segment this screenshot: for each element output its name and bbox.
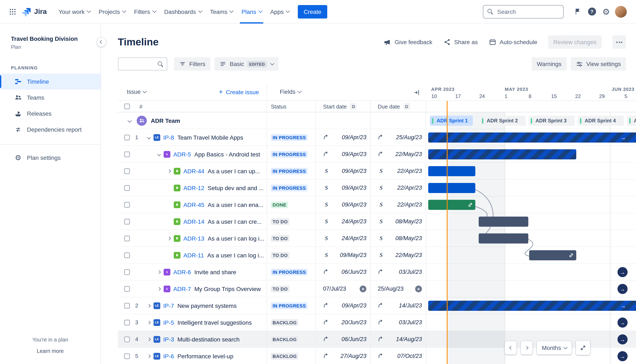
app-switcher-icon[interactable] [6, 5, 19, 18]
sprint-chip[interactable]: AD [627, 116, 636, 126]
offscreen-bar-indicator[interactable]: → [618, 267, 628, 277]
more-actions-button[interactable] [612, 35, 626, 49]
gantt-bar[interactable] [428, 183, 475, 193]
gantt-bar[interactable] [428, 200, 475, 210]
filters-button[interactable]: Filters [174, 57, 210, 71]
share-icon [443, 38, 451, 46]
search-input[interactable] [496, 8, 559, 15]
sprint-color-bar [580, 118, 581, 124]
share-as-button[interactable]: Share as [443, 38, 478, 46]
view-mode-button[interactable]: Basic EDITED [214, 57, 278, 71]
gantt-bar[interactable] [479, 234, 528, 244]
planning-section-label: PLANNING [0, 50, 100, 74]
sprint-color-bar [629, 118, 630, 124]
user-avatar[interactable] [615, 6, 627, 18]
fields-dropdown[interactable]: Fields [280, 88, 301, 95]
global-search[interactable] [483, 5, 564, 18]
teams-icon [14, 93, 22, 102]
top-nav-items: Your workProjectsFiltersDashboardsTeamsP… [54, 0, 294, 23]
sidebar-items: TimelineTeamsReleasesDependencies report [0, 74, 100, 138]
table-subheader: # Status Start date D Due date D [118, 101, 636, 112]
sprint-chip[interactable]: ADR Sprint 2 [480, 116, 526, 126]
settings-gear-icon[interactable]: ⚙ [599, 4, 613, 19]
timeline-table: Issue +Create issue Fields APR 2023MAY 2… [118, 84, 636, 364]
gantt-bar[interactable]: → [428, 301, 636, 311]
megaphone-icon [383, 38, 391, 46]
gantt-bar[interactable] [428, 149, 576, 160]
fullscreen-button[interactable] [576, 341, 590, 355]
auto-schedule-button[interactable]: Auto-schedule [489, 38, 537, 46]
select-all-checkbox[interactable] [124, 104, 130, 109]
start-date-column-header[interactable]: Start date D [316, 103, 370, 110]
view-settings-button[interactable]: View settings [571, 57, 626, 71]
learn-more-link[interactable]: Learn more [0, 348, 100, 354]
timeline-tick-label: 5 [624, 93, 627, 99]
arrow-right-icon: → [620, 337, 625, 342]
search-icon [158, 61, 163, 67]
sidebar-collapse-button[interactable] [96, 37, 106, 47]
sidebar-item-dependencies-report[interactable]: Dependencies report [0, 122, 100, 138]
sidebar-item-teams[interactable]: Teams [0, 90, 100, 106]
create-issue-button[interactable]: +Create issue [219, 88, 259, 96]
top-nav: Jira Your workProjectsFiltersDashboardsT… [0, 0, 636, 24]
gantt-bar[interactable] [529, 250, 576, 260]
gantt-bar[interactable] [428, 166, 475, 176]
nav-item-apps[interactable]: Apps [266, 0, 294, 23]
chevron-down-icon [258, 9, 262, 12]
sprint-chip[interactable]: ADR Sprint 4 [578, 116, 624, 126]
chevron-down-icon [122, 9, 126, 12]
timeline-search[interactable] [118, 57, 168, 71]
main-content: Timeline Give feedback Share as Auto-sch… [101, 24, 636, 364]
timeline-tick-label: 1 [504, 93, 507, 99]
scroll-left-button[interactable] [505, 341, 516, 354]
toolbar: Filters Basic EDITED Warnings View setti… [101, 50, 636, 71]
view-mode-icon [220, 60, 226, 67]
due-date-column-header[interactable]: Due date D [370, 103, 426, 110]
arrow-right-icon: → [620, 354, 625, 359]
sidebar-item-timeline[interactable]: Timeline [0, 74, 100, 90]
offscreen-bar-indicator[interactable]: → [618, 284, 628, 294]
nav-item-dashboards[interactable]: Dashboards [160, 0, 206, 23]
timeline-tick-label: 15 [551, 93, 557, 99]
offscreen-bar-indicator[interactable]: → [618, 351, 628, 361]
issue-column-header[interactable]: Issue [126, 88, 146, 95]
timeline-tick-label: 8 [528, 93, 531, 99]
status-column-header[interactable]: Status [267, 103, 316, 110]
sprint-chip[interactable]: ADR Sprint 1 [430, 116, 473, 126]
scroll-right-button[interactable] [521, 341, 532, 354]
offscreen-bar-indicator[interactable]: → [618, 318, 628, 328]
toolbar-right: Warnings View settings [532, 57, 626, 71]
nav-item-teams[interactable]: Teams [206, 0, 237, 23]
create-button[interactable]: Create [298, 5, 327, 18]
timeline-tick-label: 24 [479, 93, 485, 99]
sprint-color-bar [432, 118, 433, 124]
sprint-chip[interactable]: ADR Sprint 3 [529, 116, 574, 126]
nav-item-filters[interactable]: Filters [130, 0, 160, 23]
warnings-button[interactable]: Warnings [532, 57, 566, 71]
jira-logo-icon [22, 7, 31, 16]
gantt-bar[interactable] [479, 216, 528, 227]
timeline-month-label: JUN 2023 [612, 87, 634, 92]
timeline-search-input[interactable] [122, 60, 158, 68]
page-header: Timeline Give feedback Share as Auto-sch… [101, 24, 636, 50]
jira-logo[interactable]: Jira [22, 7, 47, 16]
review-changes-button[interactable]: Review changes [548, 35, 602, 49]
link-icon [569, 253, 574, 258]
offscreen-bar-indicator[interactable]: → [618, 334, 628, 344]
give-feedback-button[interactable]: Give feedback [383, 38, 432, 46]
notifications-icon[interactable] [570, 4, 585, 19]
nav-item-plans[interactable]: Plans [237, 0, 266, 23]
sidebar-item-releases[interactable]: Releases [0, 106, 100, 122]
nav-item-projects[interactable]: Projects [94, 0, 130, 23]
nav-item-your-work[interactable]: Your work [54, 0, 95, 23]
gantt-bar[interactable]: → [428, 132, 636, 142]
collapse-fields-icon[interactable] [412, 88, 422, 98]
help-icon[interactable]: ? [585, 4, 599, 19]
sidebar-item-plan-settings[interactable]: ⚙ Plan settings [0, 150, 100, 166]
edited-badge: EDITED [248, 61, 267, 67]
bar-continues-arrow: → [620, 303, 626, 309]
timeline-controls: Today Months [505, 341, 590, 355]
bar-continues-arrow: → [620, 134, 626, 140]
zoom-level-dropdown[interactable]: Months [537, 341, 572, 354]
chevron-down-icon [564, 345, 567, 349]
